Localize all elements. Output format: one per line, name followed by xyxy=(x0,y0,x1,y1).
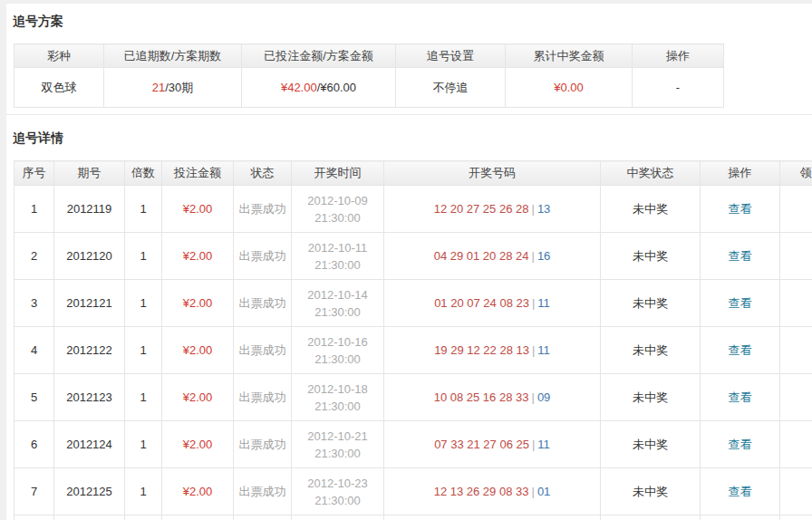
blue-ball: 01 xyxy=(537,485,550,498)
operation-cell: 查看 xyxy=(701,374,780,421)
col-multiple: 倍数 xyxy=(125,161,162,186)
draw-date: 2012-10-11 xyxy=(292,239,383,256)
seq-cell: 3 xyxy=(14,280,54,327)
multiple-cell: 1 xyxy=(125,233,162,280)
claim-cell xyxy=(780,280,812,327)
operation-cell: 查看 xyxy=(701,280,780,327)
issue-cell: 2012119 xyxy=(54,186,125,233)
view-link[interactable]: 查看 xyxy=(729,390,752,404)
col-operation: 操作 xyxy=(633,44,724,68)
periods-cell: 21/30期 xyxy=(104,68,242,108)
seq-cell: 5 xyxy=(14,374,54,421)
amount-cell: ¥2.00 xyxy=(162,374,234,421)
detail-row: 1 2012119 1 ¥2.00 出票成功 2012-10-09 21:30:… xyxy=(14,186,812,233)
amount-cell: ¥2.00 xyxy=(162,186,234,233)
draw-time: 21:30:00 xyxy=(292,398,383,415)
status-cell: 出票成功 xyxy=(234,186,292,233)
draw-numbers-cell: 19 29 12 22 28 13|11 xyxy=(384,327,601,374)
red-balls: 07 33 21 27 06 25 xyxy=(434,438,529,451)
amount-cell: ¥2.00 xyxy=(162,327,234,374)
blue-ball: 11 xyxy=(537,438,550,451)
plan-row: 双色球 21/30期 ¥42.00/¥60.00 不停追 ¥0.00 - xyxy=(14,68,724,108)
detail-row: 5 2012123 1 ¥2.00 出票成功 2012-10-18 21:30:… xyxy=(14,374,812,421)
status-cell: 出票成功 xyxy=(234,374,292,421)
draw-time-cell: 2012-10-23 21:30:00 xyxy=(292,468,384,515)
content-panel: 追号方案 彩种 已追期数/方案期数 已投注金额/方案金额 追号设置 累计中奖金额… xyxy=(6,4,812,520)
red-balls: 19 29 12 22 28 13 xyxy=(434,343,529,357)
col-bet-amount: 已投注金额/方案金额 xyxy=(242,44,396,68)
issue-cell: 2012125 xyxy=(54,468,125,515)
col-win-status: 中奖状态 xyxy=(601,161,701,186)
draw-time: 21:30:00 xyxy=(292,209,383,226)
amount-cell: ¥2.00 xyxy=(162,233,234,280)
view-link[interactable]: 查看 xyxy=(729,438,752,451)
win-status-cell: 未中奖 xyxy=(601,374,701,421)
win-status-cell: 未中奖 xyxy=(601,186,701,233)
operation-cell: 查看 xyxy=(701,233,780,280)
red-balls: 12 13 26 29 08 33 xyxy=(434,485,529,498)
draw-numbers-cell: 04 29 01 20 28 24|16 xyxy=(384,233,601,280)
col-lottery-type: 彩种 xyxy=(14,44,104,68)
draw-time: 21:30:00 xyxy=(292,303,383,321)
col-status: 状态 xyxy=(234,161,292,186)
status-cell: 出票成功 xyxy=(234,233,292,280)
amount-cell: ¥2.00 xyxy=(162,468,234,515)
draw-date: 2012-10-23 xyxy=(292,475,383,492)
detail-row: 7 2012125 1 ¥2.00 出票成功 2012-10-23 21:30:… xyxy=(14,468,812,515)
draw-time-cell: 2012-10-18 21:30:00 xyxy=(292,374,384,421)
section-divider xyxy=(6,114,812,115)
amount-cell: ¥42.00/¥60.00 xyxy=(242,68,396,108)
view-link[interactable]: 查看 xyxy=(729,485,752,498)
chase-setting-cell: 不停追 xyxy=(396,68,506,108)
amount-cell: ¥2.00 xyxy=(162,421,234,468)
ball-separator: | xyxy=(531,202,534,216)
claim-cell xyxy=(780,374,812,421)
lottery-type-cell: 双色球 xyxy=(14,68,104,108)
chase-detail-table: 序号 期号 倍数 投注金额 状态 开奖时间 开奖号码 中奖状态 操作 领奖 1 … xyxy=(14,160,812,520)
draw-date: 2012-10-21 xyxy=(292,428,383,445)
claim-cell xyxy=(780,327,812,374)
status-cell: 出票成功 xyxy=(234,280,292,327)
seq-cell: 6 xyxy=(14,421,54,468)
view-link[interactable]: 查看 xyxy=(729,343,752,357)
ball-separator: | xyxy=(532,296,535,310)
col-detail-operation: 操作 xyxy=(701,161,780,186)
draw-time: 21:30:00 xyxy=(292,256,383,274)
chase-plan-table: 彩种 已追期数/方案期数 已投注金额/方案金额 追号设置 累计中奖金额 操作 双… xyxy=(14,43,724,108)
view-link[interactable]: 查看 xyxy=(729,202,752,216)
ball-separator: | xyxy=(532,343,535,357)
status-cell: 出票成功 xyxy=(234,421,292,468)
claim-cell xyxy=(780,186,812,233)
blue-ball: 16 xyxy=(537,249,550,263)
detail-row: 6 2012124 1 ¥2.00 出票成功 2012-10-21 21:30:… xyxy=(14,421,812,468)
detail-table-body: 1 2012119 1 ¥2.00 出票成功 2012-10-09 21:30:… xyxy=(14,186,812,515)
multiple-cell: 1 xyxy=(125,421,162,468)
amount-cell: ¥2.00 xyxy=(162,280,234,327)
col-issue: 期号 xyxy=(54,161,125,186)
blue-ball: 11 xyxy=(537,343,550,357)
detail-row: 2 2012120 1 ¥2.00 出票成功 2012-10-11 21:30:… xyxy=(14,233,812,280)
view-link[interactable]: 查看 xyxy=(729,249,752,263)
ball-separator: | xyxy=(531,249,534,263)
win-status-cell: 未中奖 xyxy=(601,280,701,327)
ball-separator: | xyxy=(531,390,534,404)
view-link[interactable]: 查看 xyxy=(729,296,752,310)
detail-row: 4 2012122 1 ¥2.00 出票成功 2012-10-16 21:30:… xyxy=(14,327,812,374)
win-status-cell: 未中奖 xyxy=(601,421,701,468)
draw-numbers-cell: 10 08 25 16 28 33|09 xyxy=(384,374,601,421)
plan-operation-cell: - xyxy=(633,68,724,108)
draw-numbers-cell: 12 20 27 25 26 28|13 xyxy=(384,186,601,233)
blue-ball: 09 xyxy=(537,390,550,404)
win-status-cell: 未中奖 xyxy=(601,327,701,374)
col-draw-time: 开奖时间 xyxy=(292,161,384,186)
empty-row xyxy=(14,515,812,520)
draw-numbers-cell: 12 13 26 29 08 33|01 xyxy=(384,468,601,515)
red-balls: 04 29 01 20 28 24 xyxy=(434,249,529,263)
bet-amount-value: ¥42.00 xyxy=(281,81,317,94)
ball-separator: | xyxy=(532,438,535,451)
red-balls: 01 20 07 24 08 23 xyxy=(434,296,529,310)
operation-cell: 查看 xyxy=(701,327,780,374)
claim-cell xyxy=(780,468,812,515)
seq-cell: 1 xyxy=(14,186,54,233)
seq-cell: 7 xyxy=(14,468,54,515)
